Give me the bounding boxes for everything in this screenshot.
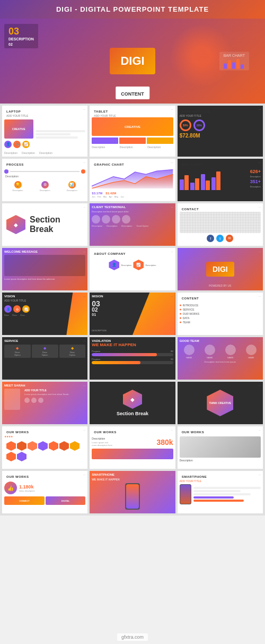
slide-content-list[interactable]: ... CONTENT INTRODUCE SERVICE OUR WORKS …	[178, 293, 263, 335]
slide-dots-works4: ...	[83, 473, 85, 476]
slide-digi-brand[interactable]: ... DIGI POWERED BY US	[178, 248, 263, 290]
hex-cell-2	[17, 441, 26, 451]
page-header: DIGI - DIGITAL POWERPOINT TEMPLATE	[0, 0, 265, 19]
contact-icon-fb: f	[207, 235, 214, 242]
slide-dots-meet: ...	[83, 383, 85, 387]
slide-welcome[interactable]: ... WELCOME MESSAGE Lorem ipsum descript…	[2, 248, 87, 290]
slide-meet-sarah[interactable]: ... MEET SARAH ADD YOUR TITLE Lorem ipsu…	[2, 382, 87, 424]
about-hex-1: 👤	[109, 260, 119, 270]
contact-icons: f t ✉	[180, 235, 261, 242]
works2-desc: Description	[92, 437, 154, 440]
content-item-5: TEAM	[180, 320, 261, 324]
slide-validation[interactable]: ... VADILATION WE MAKE IT HAPPEN Progres…	[90, 337, 175, 380]
slide-dots-think: ...	[259, 383, 261, 387]
slide-title-chart: GRAPHIC CHART	[92, 161, 173, 167]
slide-vision[interactable]: ... VISION ADD YOUR TITLE 👤 ⚙ 📈 DescDesc…	[2, 293, 87, 335]
welcome-image	[4, 255, 85, 276]
testimonial-avatars	[92, 215, 173, 224]
slide-subtitle-sp1: WE MAKE IT HAPPEN	[92, 478, 173, 481]
slide-section-break2[interactable]: ... ◆ Section Break	[90, 382, 175, 424]
data-circle-2: 20%	[193, 119, 205, 131]
content-list-items: INTRODUCE SERVICE OUR WORKS DATA TEAM	[180, 303, 261, 324]
section-break-text: Section Break	[30, 215, 83, 234]
hero-badge-label: BAR CHART	[224, 54, 245, 57]
slide-dots-digi: ...	[259, 250, 261, 253]
slide-about[interactable]: ... ABOUT COMPANY 👤 Description 📈 Descri…	[90, 248, 175, 290]
icon-circle-1: 👤	[4, 141, 12, 148]
meet-subtitle: ADD YOUR TITLE	[24, 389, 85, 392]
slide-title-contact: CONTACT	[180, 205, 261, 212]
area-chart-svg	[92, 167, 173, 188]
testimonial-avatar-2	[102, 215, 110, 224]
slide-title-welcome: WELCOME MESSAGE	[4, 250, 85, 253]
works1-stars: ★★★★	[4, 435, 85, 438]
slide-graphic-chart[interactable]: ... GRAPHIC CHART $3.17M $1.42M	[90, 159, 175, 201]
slide-smartphone-1[interactable]: ... SMARTPHONE WE MAKE IT HAPPEN	[90, 471, 175, 513]
icon-circle-3: 📈	[22, 141, 30, 148]
sb2-title: Section Break	[117, 411, 148, 416]
hero-num: 03	[8, 26, 34, 37]
team-member-4: NAME	[242, 345, 261, 359]
slide-dots-works1: ...	[83, 428, 85, 431]
slide-dots-process: ...	[83, 160, 85, 164]
hero-sub: DESCRIPTION	[8, 37, 34, 41]
slide-our-works-3[interactable]: ... OUR WORKS Description	[178, 426, 263, 469]
slide-smartphone-2[interactable]: ... SMARTPHONE ADD YOUR TITLE	[178, 471, 263, 513]
bar-stat1: 626+	[250, 169, 261, 174]
chart-amount2: $1.42M	[105, 192, 116, 195]
slide-title-tablet: TABLET	[92, 108, 173, 114]
slide-title-sp1: SMARTPHONE	[92, 473, 173, 476]
slide-title-mission: MISION	[92, 295, 173, 298]
digi-brand-subtitle: POWERED BY US	[178, 284, 263, 287]
slide-title-team: GOOD TEAM	[180, 339, 261, 342]
laptop-icon-circles: 👤 📎 📈	[4, 139, 85, 150]
data-circles: 50% 20%	[180, 119, 261, 131]
works4-stat: 1.180k	[19, 484, 35, 490]
content-item-1: INTRODUCE	[180, 303, 261, 307]
slide-dots-data: ...	[259, 107, 261, 110]
data-circle-1: 50%	[180, 119, 191, 131]
contact-map	[180, 212, 261, 233]
meet-photo	[4, 389, 20, 410]
slide-tablet[interactable]: ... TABLET ADD YOUR TITLE CREATIVE Descr…	[90, 106, 175, 157]
slide-our-works-1[interactable]: ... OUR WORKS ★★★★	[2, 426, 87, 469]
hex-cell-4	[38, 441, 48, 451]
works1-hex-grid	[4, 439, 85, 463]
slide-think-creative[interactable]: ... THINK CREATIVE	[178, 382, 263, 424]
slide-bar-chart[interactable]: ... BAR CHART	[178, 159, 263, 201]
slide-dots-laptop: ...	[83, 107, 85, 110]
slide-our-works-4[interactable]: ... OUR WORKS 👍 1.180k Likes description…	[2, 471, 87, 513]
slide-testimonial[interactable]: ... CLIENT TESTIMONIAL Description text …	[90, 203, 175, 246]
about-hex-icons: 👤 Description 📈 Description	[92, 256, 173, 273]
team-members: NAME NAME NAME NAME	[180, 345, 261, 359]
hex-cell-6	[59, 441, 69, 451]
slide-process[interactable]: ... PROCESS Description 💡 Description ⚙ …	[2, 159, 87, 201]
slide-title-barchart: BAR CHART	[180, 161, 261, 167]
slide-good-team[interactable]: ... GOOD TEAM NAME NAME NAME NAME Descri…	[178, 337, 263, 380]
bar-chart-container	[180, 169, 247, 190]
slide-mission[interactable]: ... MISION 03 02 01 DESCRIPTION	[90, 293, 175, 335]
team-member-1: NAME	[180, 345, 199, 359]
about-desc1: Description	[121, 264, 131, 267]
slide-dots-team: ...	[259, 339, 261, 342]
slide-dots-tablet: ...	[171, 107, 173, 110]
works3-image	[180, 436, 261, 458]
slide-service[interactable]: ... SERVICE ◆ Desc Option ◆ Desc Option …	[2, 337, 87, 380]
slide-dots-works2: ...	[171, 428, 173, 431]
slide-subtitle-sp2: ADD YOUR TITLE	[180, 479, 261, 483]
hex-cell-9	[17, 452, 26, 461]
slide-contact[interactable]: ... CONTACT f t ✉	[178, 203, 263, 246]
hex-cell-1	[6, 441, 16, 451]
like-icon: 👍	[4, 482, 17, 494]
slide-data-analysis[interactable]: ... DATA ANALYSIS ADD YOUR TITLE 50% 20%…	[178, 106, 263, 157]
slide-laptop[interactable]: ... LAPTOP ADD YOUR TITLE CREATIVE 👤 📎 📈…	[2, 106, 87, 157]
slide-our-works-2[interactable]: ... OUR WORKS Description Lorem ipsum te…	[90, 426, 175, 469]
content-item-4: DATA	[180, 316, 261, 320]
hex-cell-8	[6, 452, 16, 461]
data-amount: $72.80M	[180, 133, 261, 139]
slide-section-break[interactable]: ... ◆ Section Break	[2, 203, 87, 246]
watermark: gfxtra.com	[117, 633, 148, 641]
slide-dots-sp1: ...	[171, 473, 173, 476]
works2-stat: 380k	[157, 438, 173, 446]
slide-subtitle-validation: WE MAKE IT HAPPEN	[92, 343, 173, 348]
